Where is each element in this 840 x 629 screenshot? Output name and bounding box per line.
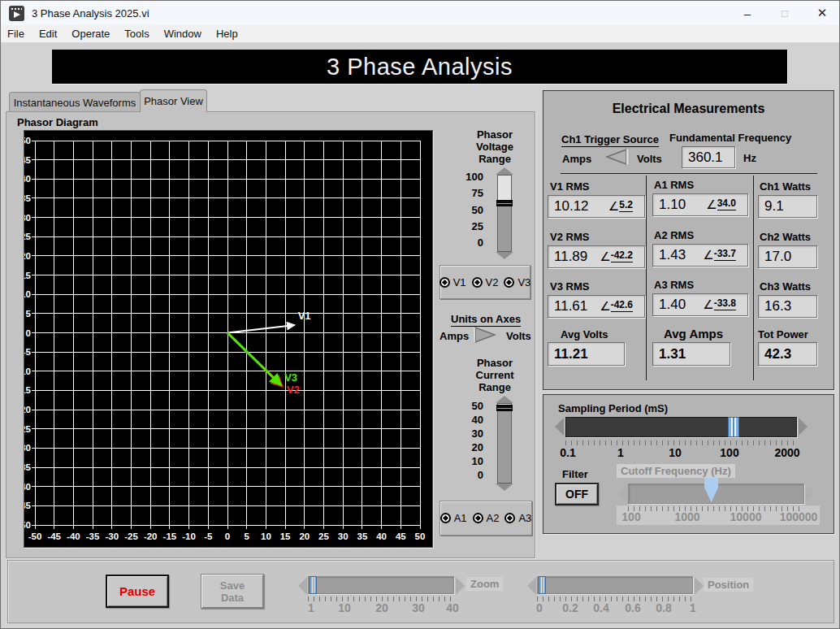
v1-rms-display: 10.12 ∠5.2 [548, 195, 645, 218]
svg-text:5: 5 [26, 309, 32, 319]
minimize-button[interactable]: – [729, 1, 766, 25]
radio-a2[interactable]: A2 [473, 512, 500, 524]
menu-bar: File Edit Operate Tools Window Help [1, 25, 840, 43]
a2-rms-label: A2 RMS [654, 229, 694, 241]
voltage-range-thumb[interactable] [496, 200, 513, 206]
avg-volts-display: 11.21 [548, 342, 625, 366]
current-range-thumb[interactable] [496, 405, 513, 411]
menu-window[interactable]: Window [157, 25, 209, 43]
zoom-slider-label: Zoom [466, 577, 503, 591]
cutoff-left-arrow[interactable] [618, 484, 627, 502]
sampling-filter-panel: Sampling Period (mS) 0.1 1 10 100 2000 F… [543, 394, 834, 534]
svg-text:-15: -15 [163, 531, 177, 541]
sampling-right-arrow[interactable] [799, 418, 808, 436]
menu-file[interactable]: File [1, 25, 32, 43]
save-data-button[interactable]: Save Data [201, 574, 264, 609]
radio-a1[interactable]: A1 [440, 512, 467, 524]
svg-text:V2: V2 [287, 384, 300, 396]
filter-off-button[interactable]: OFF [555, 483, 599, 505]
zoom-slider-track[interactable] [308, 576, 454, 594]
position-slider-track[interactable] [537, 576, 693, 594]
footer-bar: Pause Save Data 1 10 20 30 40 Zoom 0 0.2… [7, 560, 834, 623]
ch2-watts-display: 17.0 [758, 245, 817, 268]
current-range-up-arrow[interactable] [496, 396, 513, 403]
voltage-range-slider[interactable] [495, 167, 514, 259]
voltage-range-title: Phasor Voltage Range [461, 128, 529, 165]
close-button[interactable]: ✕ [803, 1, 840, 25]
voltage-range-down-arrow[interactable] [496, 252, 513, 259]
ch1-watts-label: Ch1 Watts [760, 180, 811, 193]
svg-text:-20: -20 [24, 405, 31, 414]
radio-v3[interactable]: V3 [504, 276, 530, 288]
fundamental-frequency-unit: Hz [743, 152, 756, 164]
fundamental-frequency-display: 360.1 [682, 146, 735, 168]
current-range-slider[interactable] [495, 396, 514, 491]
zoom-slider-thumb[interactable] [310, 576, 317, 594]
trigger-toggle-switch[interactable] [602, 145, 633, 168]
svg-text:-5: -5 [24, 347, 32, 357]
v3-rms-label: V3 RMS [550, 280, 589, 293]
cutoff-right-arrow[interactable] [806, 484, 815, 502]
svg-text:-10: -10 [24, 367, 31, 376]
maximize-button[interactable]: □ [766, 1, 803, 25]
radio-v1-icon[interactable] [439, 277, 450, 288]
ch1-watts-display: 9.1 [758, 195, 817, 218]
voltage-phasor-select: V1 V2 V3 [439, 265, 530, 299]
svg-text:-20: -20 [144, 531, 158, 541]
pause-button[interactable]: Pause [106, 575, 169, 608]
svg-text:V1: V1 [298, 310, 311, 322]
radio-a2-icon[interactable] [473, 513, 483, 523]
menu-tools[interactable]: Tools [117, 25, 156, 43]
current-range-down-arrow[interactable] [496, 484, 513, 491]
voltage-range-up-arrow[interactable] [496, 167, 513, 175]
position-left-arrow[interactable] [527, 577, 536, 595]
zoom-left-arrow[interactable] [298, 577, 307, 595]
measurements-title: Electrical Measurements [543, 102, 834, 116]
svg-text:-50: -50 [24, 520, 31, 530]
menu-help[interactable]: Help [209, 25, 245, 43]
units-volts-label: Volts [506, 330, 531, 342]
radio-a3-icon[interactable] [504, 513, 515, 523]
menu-edit[interactable]: Edit [32, 25, 64, 43]
radio-a1-icon[interactable] [440, 513, 451, 523]
electrical-measurements-panel: Electrical Measurements Ch1 Trigger Sour… [543, 90, 834, 390]
sampling-slider-track[interactable] [565, 417, 797, 437]
tab-instantaneous-waveforms[interactable]: Instantaneous Waveforms [9, 92, 141, 112]
avg-volts-label: Avg Volts [561, 328, 608, 341]
sampling-period-label: Sampling Period (mS) [558, 402, 668, 414]
zoom-right-arrow[interactable] [456, 577, 465, 595]
radio-a3[interactable]: A3 [504, 512, 531, 524]
sampling-left-arrow[interactable] [555, 418, 564, 436]
radio-v3-icon[interactable] [504, 277, 514, 288]
svg-text:5: 5 [244, 531, 249, 541]
avg-amps-display: 1.31 [652, 342, 730, 366]
radio-v1[interactable]: V1 [439, 276, 466, 288]
avg-amps-label: Avg Amps [664, 327, 723, 341]
fundamental-frequency-label: Fundamental Frequency [669, 132, 791, 144]
trigger-volts-label: Volts [637, 153, 662, 165]
position-right-arrow[interactable] [695, 577, 704, 595]
svg-text:30: 30 [338, 531, 349, 541]
position-slider-thumb[interactable] [539, 576, 546, 594]
tab-phasor-view[interactable]: Phasor View [140, 89, 207, 112]
svg-text:35: 35 [24, 193, 32, 203]
ch2-watts-label: Ch2 Watts [760, 231, 811, 243]
radio-v2-icon[interactable] [472, 277, 483, 288]
units-toggle-switch[interactable] [470, 324, 500, 345]
menu-operate[interactable]: Operate [64, 25, 117, 43]
sampling-tick-marks [565, 440, 797, 445]
svg-text:-30: -30 [24, 443, 31, 453]
svg-text:45: 45 [24, 155, 32, 165]
window-title: 3 Phase Analysis 2025.vi [32, 7, 149, 20]
svg-text:-25: -25 [124, 531, 138, 541]
a3-rms-display: 1.40 ∠-33.8 [652, 293, 748, 316]
current-range-title: Phasor Current Range [461, 357, 529, 393]
v2-rms-display: 11.89 ∠-42.2 [548, 245, 645, 268]
banner-title: 3 Phase Analysis [327, 54, 513, 80]
radio-v2[interactable]: V2 [472, 276, 499, 288]
cutoff-frequency-label: Cutoff Frequency (Hz) [617, 464, 735, 478]
current-range-scale: 50 40 30 20 10 0 [456, 400, 483, 481]
svg-text:-45: -45 [47, 531, 61, 541]
phasor-diagram-label: Phasor Diagram [17, 116, 98, 128]
sampling-slider-thumb[interactable] [728, 417, 739, 437]
